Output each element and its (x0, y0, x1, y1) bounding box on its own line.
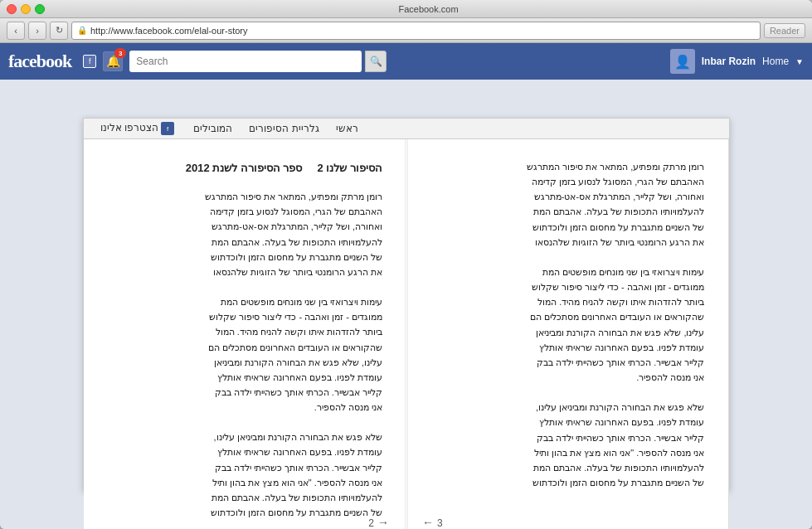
facebook-logo[interactable]: facebook (8, 51, 71, 72)
address-text: http://www.facebook.com/elal-our-story (90, 26, 755, 36)
book-viewer: ראשי גלריית הסיפורים המובילים f הצטרפו א… (83, 118, 730, 491)
back-button[interactable]: ‹ (7, 22, 25, 40)
fb-small-icon: f (83, 55, 96, 68)
avatar[interactable]: 👤 (670, 49, 695, 74)
right-page-corner: → 2 (368, 513, 389, 529)
forward-button[interactable]: › (28, 22, 46, 40)
traffic-lights (7, 4, 45, 14)
close-button[interactable] (7, 4, 17, 14)
notification-badge: 3 (114, 48, 126, 58)
home-link[interactable]: Home (762, 56, 789, 67)
book-year: ספר הסיפורה לשנת 2012 (186, 162, 303, 174)
left-page-content: רומן מרתק ומפתיע, המתאר את סיפור המתרגש … (429, 159, 705, 490)
left-page-number: 3 (437, 515, 443, 529)
prev-page-button[interactable]: ← (422, 513, 434, 529)
right-page-content: רומן מרתק ומפתיע, המתאר את סיפור המתרגש … (107, 189, 383, 520)
reader-button[interactable]: Reader (764, 23, 805, 38)
fb-join-icon: f (161, 122, 174, 135)
search-input[interactable] (129, 51, 362, 72)
maximize-button[interactable] (35, 4, 45, 14)
right-page-number: 2 (368, 515, 374, 529)
username-label[interactable]: Inbar Rozin (702, 56, 756, 67)
address-bar[interactable]: 🔒 http://www.facebook.com/elal-our-story (71, 22, 761, 40)
nav-item-main[interactable]: ראשי (336, 123, 358, 134)
book-title: הסיפור שלנו 2 (318, 162, 382, 174)
browser-toolbar: ‹ › ↻ 🔒 http://www.facebook.com/elal-our… (0, 18, 812, 43)
content-area: ראשי גלריית הסיפורים המובילים f הצטרפו א… (0, 80, 812, 529)
left-page-corner: 3 ← (422, 513, 443, 529)
browser-window: Facebook.com ‹ › ↻ 🔒 http://www.facebook… (0, 0, 812, 529)
refresh-button[interactable]: ↻ (50, 22, 68, 40)
titlebar: Facebook.com (0, 0, 812, 18)
next-page-button[interactable]: → (377, 513, 389, 529)
notifications-button[interactable]: 🔔 3 (103, 51, 123, 71)
facebook-header: facebook f 🔔 3 🔍 👤 Inbar Rozin Home ▼ (0, 43, 812, 80)
window-title: Facebook.com (51, 4, 805, 14)
user-area: 👤 Inbar Rozin Home ▼ (670, 49, 804, 74)
right-page-header: הסיפור שלנו 2 ספר הסיפורה לשנת 2012 (107, 159, 383, 177)
right-page: הסיפור שלנו 2 ספר הסיפורה לשנת 2012 רומן… (84, 139, 406, 529)
nav-item-leaders[interactable]: המובילים (193, 123, 232, 134)
minimize-button[interactable] (21, 4, 31, 14)
home-dropdown-icon[interactable]: ▼ (795, 57, 804, 66)
book-pages: הסיפור שלנו 2 ספר הסיפורה לשנת 2012 רומן… (84, 139, 729, 529)
lock-icon: 🔒 (77, 26, 87, 35)
nav-item-join[interactable]: f הצטרפו אלינו (100, 122, 177, 135)
nav-item-gallery[interactable]: גלריית הסיפורים (249, 123, 318, 134)
left-page: רומן מרתק ומפתיע, המתאר את סיפור המתרגש … (406, 139, 729, 529)
book-nav: ראשי גלריית הסיפורים המובילים f הצטרפו א… (84, 119, 729, 139)
search-button[interactable]: 🔍 (365, 51, 387, 72)
